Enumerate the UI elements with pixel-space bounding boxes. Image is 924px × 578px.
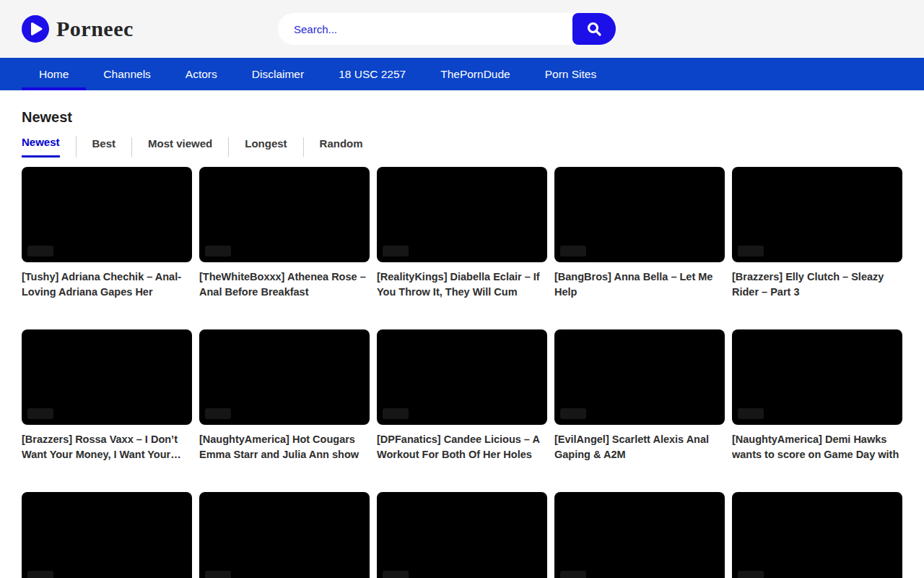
video-title[interactable]: [DPFanatics] Candee Licious – A Workout …: [377, 432, 547, 462]
video-thumbnail[interactable]: [554, 329, 725, 425]
video-card: [NaughtyAmerica] Demi Hawks wants to sco…: [732, 329, 902, 462]
video-card: [RealityKings] Diabella Eclair – If You …: [377, 167, 547, 300]
main-content: Newest Newest Best Most viewed Longest R…: [0, 90, 924, 578]
duration-badge: [560, 571, 586, 578]
nav-item-home[interactable]: Home: [22, 58, 86, 90]
sort-tabs: Newest Best Most viewed Longest Random: [22, 136, 902, 158]
duration-badge: [27, 571, 53, 578]
nav-item-theporndude[interactable]: ThePornDude: [423, 58, 528, 90]
video-thumbnail[interactable]: [554, 167, 725, 262]
tab-best[interactable]: Best: [77, 137, 133, 157]
video-title[interactable]: [NaughtyAmerica] Hot Cougars Emma Starr …: [199, 432, 370, 462]
duration-badge: [205, 408, 231, 419]
video-card: [554, 492, 725, 578]
video-title[interactable]: [EvilAngel] Scarlett Alexis Anal Gaping …: [554, 432, 725, 462]
duration-badge: [560, 246, 586, 256]
video-card: [22, 492, 192, 578]
duration-badge: [383, 408, 409, 419]
duration-badge: [738, 408, 764, 419]
video-thumbnail[interactable]: [377, 167, 547, 262]
search-form: [278, 13, 616, 45]
tab-random[interactable]: Random: [304, 137, 379, 157]
page-title: Newest: [22, 90, 902, 136]
video-thumbnail[interactable]: [732, 167, 902, 262]
video-title[interactable]: [Tushy] Adriana Chechik – Anal-Loving Ad…: [22, 269, 192, 300]
duration-badge: [738, 246, 764, 256]
video-thumbnail[interactable]: [22, 492, 192, 578]
video-card: [NaughtyAmerica] Hot Cougars Emma Starr …: [199, 329, 370, 462]
video-card: [377, 492, 547, 578]
video-title[interactable]: [TheWhiteBoxxx] Athenea Rose – Anal Befo…: [199, 269, 370, 300]
duration-badge: [383, 246, 409, 256]
main-nav: Home Channels Actors Disclaimer 18 USC 2…: [0, 58, 924, 90]
nav-item-18-usc-2257[interactable]: 18 USC 2257: [321, 58, 423, 90]
video-card: [BangBros] Anna Bella – Let Me Help: [554, 167, 725, 300]
video-card: [TheWhiteBoxxx] Athenea Rose – Anal Befo…: [199, 167, 370, 300]
video-thumbnail[interactable]: [554, 492, 725, 578]
video-thumbnail[interactable]: [377, 329, 547, 425]
tab-longest[interactable]: Longest: [229, 137, 303, 157]
video-card: [EvilAngel] Scarlett Alexis Anal Gaping …: [554, 329, 725, 462]
video-card: [Brazzers] Rossa Vaxx – I Don’t Want You…: [22, 329, 192, 462]
video-thumbnail[interactable]: [22, 167, 192, 262]
video-title[interactable]: [BangBros] Anna Bella – Let Me Help: [554, 269, 725, 300]
video-thumbnail[interactable]: [199, 167, 370, 262]
logo-text: Porneec: [56, 17, 134, 41]
play-icon: [22, 15, 49, 43]
video-title[interactable]: [Brazzers] Elly Clutch – Sleazy Rider – …: [732, 269, 902, 300]
video-title[interactable]: [RealityKings] Diabella Eclair – If You …: [377, 269, 547, 300]
video-grid: [Tushy] Adriana Chechik – Anal-Loving Ad…: [22, 167, 902, 578]
duration-badge: [738, 571, 764, 578]
search-icon: [585, 20, 603, 38]
video-title[interactable]: [NaughtyAmerica] Demi Hawks wants to sco…: [732, 432, 902, 462]
tab-newest[interactable]: Newest: [22, 136, 77, 158]
search-button[interactable]: [572, 13, 616, 45]
duration-badge: [383, 571, 409, 578]
video-thumbnail[interactable]: [377, 492, 547, 578]
video-thumbnail[interactable]: [732, 492, 902, 578]
nav-item-porn-sites[interactable]: Porn Sites: [528, 58, 614, 90]
duration-badge: [205, 571, 231, 578]
video-card: [Brazzers] Elly Clutch – Sleazy Rider – …: [732, 167, 902, 300]
video-card: [732, 492, 902, 578]
video-card: [Tushy] Adriana Chechik – Anal-Loving Ad…: [22, 167, 192, 300]
nav-item-channels[interactable]: Channels: [86, 58, 168, 90]
duration-badge: [560, 408, 586, 419]
video-thumbnail[interactable]: [732, 329, 902, 425]
video-title[interactable]: [Brazzers] Rossa Vaxx – I Don’t Want You…: [22, 432, 192, 462]
video-card: [199, 492, 370, 578]
site-logo[interactable]: Porneec: [22, 15, 134, 43]
nav-item-actors[interactable]: Actors: [168, 58, 235, 90]
tab-most-viewed[interactable]: Most viewed: [132, 137, 229, 157]
nav-item-disclaimer[interactable]: Disclaimer: [235, 58, 321, 90]
video-thumbnail[interactable]: [199, 492, 370, 578]
duration-badge: [27, 246, 53, 256]
site-header: Porneec: [0, 0, 924, 58]
video-card: [DPFanatics] Candee Licious – A Workout …: [377, 329, 547, 462]
video-thumbnail[interactable]: [199, 329, 370, 425]
video-thumbnail[interactable]: [22, 329, 192, 425]
search-input[interactable]: [278, 13, 572, 45]
duration-badge: [27, 408, 53, 419]
duration-badge: [205, 246, 231, 256]
